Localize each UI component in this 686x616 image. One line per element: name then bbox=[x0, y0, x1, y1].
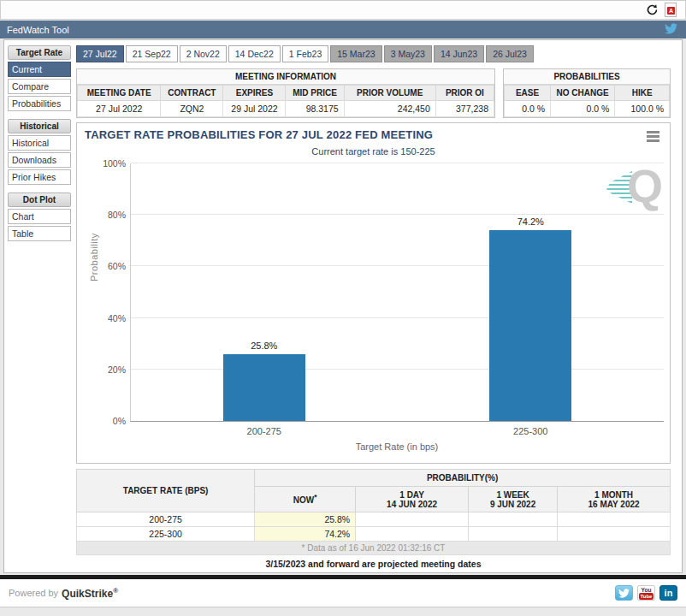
plot-area: 0% 20% 40% 60% 80% 100% 25.8% 74.2% 200-… bbox=[130, 163, 664, 422]
col-target-rate-bps: TARGET RATE (BPS) bbox=[77, 470, 255, 512]
col-now: NOW* bbox=[255, 487, 356, 512]
tab-21-sep22[interactable]: 21 Sep22 bbox=[126, 45, 178, 62]
now-cell: 25.8% bbox=[255, 512, 356, 527]
sidebar-section-target-rate: Target Rate bbox=[8, 45, 71, 60]
twitter-icon[interactable] bbox=[615, 585, 633, 601]
ytick-20: 20% bbox=[108, 364, 126, 375]
bar-value-label: 74.2% bbox=[517, 216, 544, 227]
col-mid-price: MID PRICE bbox=[286, 86, 344, 101]
col-hike: HIKE bbox=[615, 86, 670, 101]
xtick-225-300: 225-300 bbox=[513, 426, 547, 436]
linkedin-icon[interactable]: in bbox=[659, 585, 677, 601]
contract-value: ZQN2 bbox=[161, 101, 223, 117]
probabilities-box: PROBABILITIES EASE NO CHANGE HIKE 0.0 % … bbox=[503, 68, 671, 118]
tab-14-dec22[interactable]: 14 Dec22 bbox=[228, 45, 281, 62]
meeting-information-box: MEETING INFORMATION MEETING DATE CONTRAC… bbox=[76, 68, 495, 118]
ytick-60: 60% bbox=[108, 261, 126, 271]
data-as-of-note: * Data as of 16 Jun 2022 01:32:16 CT bbox=[77, 542, 671, 555]
ease-value: 0.0 % bbox=[505, 101, 551, 117]
meeting-information-title: MEETING INFORMATION bbox=[77, 69, 494, 85]
x-axis-label: Target Rate (in bps) bbox=[130, 441, 664, 452]
day-cell bbox=[356, 512, 469, 527]
col-ease: EASE bbox=[505, 86, 551, 101]
week-cell bbox=[469, 527, 558, 542]
projected-dates-note: 3/15/2023 and forward are projected meet… bbox=[76, 559, 671, 569]
col-no-change: NO CHANGE bbox=[551, 86, 615, 101]
main-panel: Target Rate Current Compare Probabilitie… bbox=[3, 39, 683, 573]
tab-15-mar23[interactable]: 15 Mar23 bbox=[330, 45, 381, 62]
browser-toolbar: A bbox=[0, 0, 686, 20]
sidebar-item-current[interactable]: Current bbox=[8, 62, 71, 77]
app-title: FedWatch Tool bbox=[7, 25, 69, 35]
sidebar-section-dot-plot: Dot Plot bbox=[8, 192, 71, 207]
xtick-200-275: 200-275 bbox=[247, 426, 281, 436]
col-expires: EXPIRES bbox=[223, 86, 286, 101]
sidebar-item-compare[interactable]: Compare bbox=[8, 79, 71, 94]
bar-200-275[interactable] bbox=[223, 354, 305, 421]
month-cell bbox=[558, 527, 671, 542]
quikstrike-brand[interactable]: QuikStrike® bbox=[62, 587, 118, 600]
ytick-0: 0% bbox=[113, 416, 126, 426]
sidebar-item-prior-hikes[interactable]: Prior Hikes bbox=[8, 169, 71, 185]
sidebar-item-table[interactable]: Table bbox=[8, 226, 71, 241]
hike-value: 100.0 % bbox=[615, 101, 670, 117]
chart-menu-icon[interactable] bbox=[647, 131, 659, 144]
probability-chart-panel: TARGET RATE PROBABILITIES FOR 27 JUL 202… bbox=[76, 122, 671, 464]
col-prior-volume: PRIOR VOLUME bbox=[344, 86, 435, 101]
chart-subtitle: Current target rate is 150-225 bbox=[77, 146, 670, 157]
meeting-date-tabs: 27 Jul22 21 Sep22 2 Nov22 14 Dec22 1 Feb… bbox=[76, 45, 534, 62]
page-footer: Powered by QuikStrike® You Tube in bbox=[0, 579, 686, 607]
expires-value: 29 Jul 2022 bbox=[223, 101, 286, 117]
col-contract: CONTRACT bbox=[161, 86, 223, 101]
col-1-month: 1 MONTH16 MAY 2022 bbox=[558, 487, 671, 512]
y-axis-label: Probability bbox=[89, 233, 99, 281]
info-row: MEETING INFORMATION MEETING DATE CONTRAC… bbox=[76, 68, 671, 118]
twitter-icon[interactable] bbox=[665, 23, 677, 36]
meeting-date-value: 27 Jul 2022 bbox=[78, 101, 161, 117]
day-cell bbox=[356, 527, 469, 542]
tab-26-jul23[interactable]: 26 Jul23 bbox=[486, 45, 534, 62]
rate-cell: 225-300 bbox=[77, 527, 255, 542]
tab-2-nov22[interactable]: 2 Nov22 bbox=[180, 45, 227, 62]
probability-history-table: TARGET RATE (BPS) PROBABILITY(%) NOW* 1 … bbox=[76, 469, 671, 555]
sidebar-item-probabilities[interactable]: Probabilities bbox=[8, 96, 71, 111]
sidebar-section-historical: Historical bbox=[8, 119, 71, 133]
prior-oi-value: 377,238 bbox=[435, 101, 494, 117]
bar-225-300[interactable] bbox=[489, 230, 571, 421]
week-cell bbox=[469, 512, 558, 527]
sidebar-item-historical[interactable]: Historical bbox=[8, 135, 71, 151]
bar-group-200-275: 25.8% bbox=[223, 163, 305, 421]
sidebar-item-chart[interactable]: Chart bbox=[8, 209, 71, 224]
tab-1-feb23[interactable]: 1 Feb23 bbox=[282, 45, 329, 62]
rate-cell: 200-275 bbox=[77, 512, 255, 527]
month-cell bbox=[558, 512, 671, 527]
pdf-export-icon[interactable]: A bbox=[665, 3, 677, 17]
youtube-icon[interactable]: You Tube bbox=[637, 585, 655, 601]
now-cell: 74.2% bbox=[255, 527, 356, 542]
mid-price-value: 98.3175 bbox=[286, 101, 344, 117]
col-1-week: 1 WEEK9 JUN 2022 bbox=[469, 487, 558, 512]
prior-volume-value: 242,450 bbox=[344, 101, 435, 117]
sidebar: Target Rate Current Compare Probabilitie… bbox=[8, 45, 71, 241]
table-row: 200-275 25.8% bbox=[77, 512, 671, 527]
bar-value-label: 25.8% bbox=[251, 341, 277, 351]
powered-by-label: Powered by bbox=[9, 588, 58, 598]
tab-27-jul22[interactable]: 27 Jul22 bbox=[76, 45, 124, 62]
ytick-80: 80% bbox=[108, 210, 126, 220]
no-change-value: 0.0 % bbox=[551, 101, 615, 117]
bar-group-225-300: 74.2% bbox=[489, 163, 571, 421]
social-links: You Tube in bbox=[615, 585, 677, 601]
chart-title: TARGET RATE PROBABILITIES FOR 27 JUL 202… bbox=[85, 128, 433, 141]
col-1-day: 1 DAY14 JUN 2022 bbox=[356, 487, 469, 512]
col-meeting-date: MEETING DATE bbox=[78, 86, 161, 101]
refresh-icon[interactable] bbox=[644, 3, 659, 18]
probabilities-title: PROBABILITIES bbox=[504, 69, 670, 85]
col-prior-oi: PRIOR OI bbox=[435, 86, 494, 101]
ytick-100: 100% bbox=[103, 158, 126, 169]
tab-3-may23[interactable]: 3 May23 bbox=[384, 45, 432, 62]
tab-14-jun23[interactable]: 14 Jun23 bbox=[434, 45, 484, 62]
sidebar-item-downloads[interactable]: Downloads bbox=[8, 152, 71, 168]
table-row: 225-300 74.2% bbox=[77, 527, 671, 542]
ytick-40: 40% bbox=[108, 313, 126, 323]
app-header: FedWatch Tool bbox=[0, 21, 686, 38]
